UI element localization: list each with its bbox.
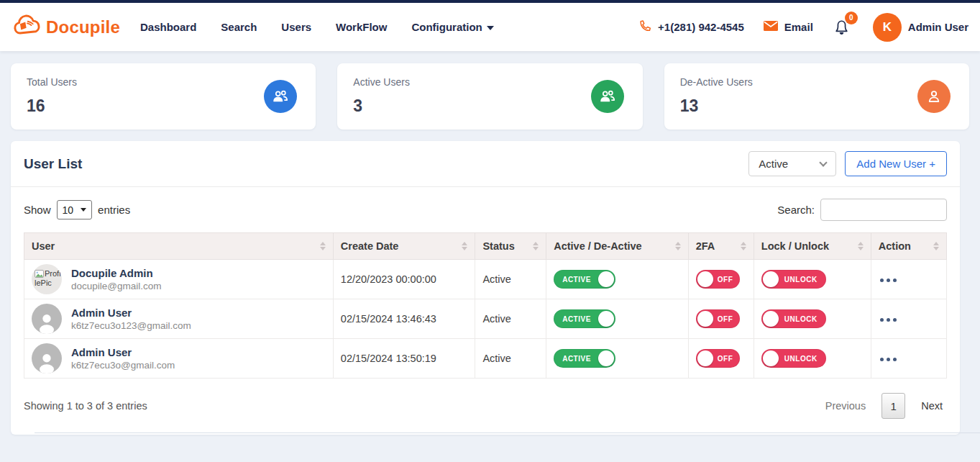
user-menu[interactable]: K Admin User [873, 13, 968, 42]
column-header-2fa[interactable]: 2FA [688, 233, 754, 260]
topbar-right: +1(281) 942-4545 Email 0 K Admin User [638, 13, 968, 42]
table-footer: Showing 1 to 3 of 3 entries Previous 1 N… [11, 379, 960, 422]
active-toggle[interactable]: ACTIVE [554, 349, 615, 368]
status-cell: Active [475, 260, 546, 299]
ellipsis-icon[interactable] [879, 274, 898, 286]
toggle-label: OFF [718, 276, 733, 284]
stat-card-active-users: Active Users 3 [337, 63, 642, 130]
2fa-toggle[interactable]: OFF [696, 309, 741, 328]
ellipsis-icon[interactable] [879, 353, 898, 366]
brand-logo[interactable]: Docupile [12, 14, 120, 41]
ellipsis-icon[interactable] [879, 314, 898, 326]
toggle-knob [763, 271, 779, 287]
toggle-label: ACTIVE [562, 315, 591, 323]
email-link[interactable]: Email [763, 20, 813, 34]
sort-arrows-icon [675, 242, 681, 250]
top-navbar: Docupile Dashboard Search Users WorkFlow… [0, 0, 980, 51]
panel-header: User List Active Add New User + [11, 141, 960, 187]
cloud-document-icon [12, 14, 43, 41]
user-name: Admin User [71, 307, 191, 319]
toggle-label: OFF [718, 315, 733, 323]
table-row: Admin User k6tz7ecu3o@gmail.com 02/15/20… [24, 339, 947, 379]
brand-name: Docupile [46, 17, 120, 37]
status-cell: Active [475, 299, 546, 339]
table-row: ProfilePic Docupile Admin docupile@gmail… [24, 260, 947, 299]
status-filter-dropdown[interactable]: Active [748, 151, 836, 176]
lock-toggle[interactable]: UNLOCK [761, 349, 826, 368]
stat-value: 16 [27, 96, 300, 116]
add-new-user-button[interactable]: Add New User + [845, 151, 947, 176]
user-name: Admin User [908, 21, 968, 33]
nav-item-users[interactable]: Users [281, 21, 311, 33]
page-size-control: Show 10 entries [24, 200, 130, 219]
notifications-button[interactable]: 0 [832, 16, 851, 39]
column-header-label: User [32, 240, 55, 252]
toggle-label: UNLOCK [784, 276, 818, 284]
column-header-label: 2FA [696, 240, 715, 252]
create-date-cell: 02/15/2024 13:46:43 [333, 299, 475, 339]
stats-row: Total Users 16 Active Users 3 De-Active … [11, 63, 969, 130]
toggle-knob [763, 311, 779, 327]
toggle-label: UNLOCK [784, 355, 818, 363]
lock-toggle[interactable]: UNLOCK [761, 309, 826, 328]
sort-arrows-icon [741, 242, 746, 250]
user-email: k6tz7ecu3o@gmail.com [71, 360, 175, 371]
users-group-icon [591, 80, 624, 113]
toggle-label: UNLOCK [784, 315, 818, 323]
pagination-next[interactable]: Next [921, 400, 943, 412]
panel-actions: Active Add New User + [748, 151, 947, 176]
nav-item-workflow[interactable]: WorkFlow [336, 21, 387, 33]
user-icon [917, 80, 951, 113]
2fa-toggle[interactable]: OFF [696, 349, 741, 368]
main-nav: Dashboard Search Users WorkFlow Configur… [140, 21, 494, 33]
stat-label: De-Active Users [680, 76, 953, 88]
2fa-toggle[interactable]: OFF [696, 270, 741, 289]
notification-badge: 0 [845, 12, 858, 24]
status-cell: Active [475, 339, 546, 379]
column-header-active-deactive[interactable]: Active / De-Active [546, 233, 689, 260]
pagination-previous[interactable]: Previous [825, 400, 866, 412]
column-header-label: Create Date [341, 240, 399, 252]
broken-image-icon: ProfilePic [32, 264, 62, 294]
status-filter-value: Active [759, 158, 788, 170]
bell-icon [832, 26, 851, 38]
nav-item-configuration[interactable]: Configuration [411, 21, 493, 33]
page-title: User List [24, 156, 82, 172]
toggle-knob [763, 350, 779, 366]
column-header-lock-unlock[interactable]: Lock / Unlock [754, 233, 871, 260]
column-header-status[interactable]: Status [475, 233, 546, 260]
stat-value: 3 [353, 96, 626, 116]
search-control: Search: [777, 199, 947, 221]
users-group-icon [264, 80, 297, 113]
toggle-label: ACTIVE [562, 355, 591, 363]
sort-arrows-icon [533, 242, 539, 250]
pagination-page-1[interactable]: 1 [881, 393, 905, 419]
sort-arrows-icon [858, 242, 864, 250]
toggle-knob [697, 311, 713, 327]
toggle-label: OFF [718, 355, 733, 363]
active-toggle[interactable]: ACTIVE [554, 270, 615, 289]
nav-item-dashboard[interactable]: Dashboard [140, 21, 196, 33]
show-label: Show [24, 204, 51, 216]
nav-item-search[interactable]: Search [221, 21, 257, 33]
phone-contact[interactable]: +1(281) 942-4545 [638, 19, 744, 35]
user-email: docupile@gmail.com [71, 281, 162, 291]
showing-entries-text: Showing 1 to 3 of 3 entries [24, 400, 147, 412]
page-size-select[interactable]: 10 [57, 200, 93, 219]
footer-divider [35, 432, 980, 433]
column-header-create-date[interactable]: Create Date [333, 233, 475, 260]
lock-toggle[interactable]: UNLOCK [761, 270, 826, 289]
stat-label: Active Users [353, 76, 626, 88]
user-name: Admin User [71, 346, 175, 358]
column-header-action[interactable]: Action [871, 233, 946, 260]
active-toggle[interactable]: ACTIVE [554, 309, 615, 328]
caret-down-icon [487, 26, 494, 30]
stat-card-deactive-users: De-Active Users 13 [664, 63, 969, 130]
column-header-label: Action [879, 240, 911, 252]
stat-value: 13 [680, 96, 953, 116]
search-input[interactable] [820, 199, 947, 221]
user-table: User Create Date Status Active / De-Acti… [24, 232, 947, 379]
person-silhouette-icon [32, 304, 62, 334]
entries-label: entries [98, 204, 130, 216]
column-header-user[interactable]: User [24, 233, 334, 260]
